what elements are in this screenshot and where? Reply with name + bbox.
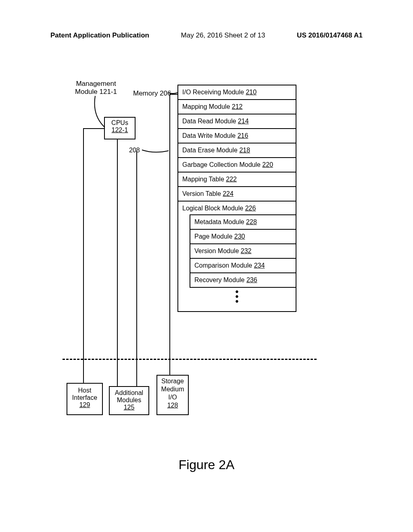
addl-l1: Additional [115, 389, 143, 396]
header-right: US 2016/0147468 A1 [297, 31, 363, 39]
m8-text: Version Table [182, 190, 223, 197]
m4-text: Data Write Module [182, 132, 238, 139]
m9-text: Logical Block Module [182, 205, 245, 212]
storage-l3: I/O [168, 394, 177, 401]
module-io-receiving: I/O Receiving Module 210 [178, 85, 296, 100]
storage-l2: Medium [161, 386, 184, 393]
submodule-comparison: Comparison Module 234 [190, 258, 296, 273]
m3-text: Data Read Module [182, 118, 238, 125]
s3-text: Version Module [194, 247, 241, 254]
header-left: Patent Application Publication [50, 31, 149, 39]
m7-text: Mapping Table [182, 176, 226, 183]
s3-num: 232 [241, 247, 252, 254]
module-mapping: Mapping Module 212 [178, 100, 296, 114]
m7-num: 222 [226, 176, 237, 183]
s2-num: 230 [234, 233, 245, 240]
bus-vertical-1 [83, 128, 84, 394]
dashed-divider [63, 359, 317, 360]
m2-num: 212 [232, 103, 243, 110]
memory-label: Memory 206 [133, 89, 171, 98]
s5-text: Recovery Module [194, 276, 246, 283]
m5-text: Data Erase Module [182, 147, 239, 154]
label-208: 208 [129, 146, 140, 154]
memory-label-text: Memory 206 [133, 89, 171, 97]
label-208-text: 208 [129, 147, 140, 154]
bus-vertical-3 [136, 151, 137, 394]
figure-caption: Figure 2A [0, 457, 413, 472]
module-data-erase: Data Erase Module 218 [178, 143, 296, 158]
s1-text: Metadata Module [194, 218, 246, 225]
management-module-label: Management Module 121-1 [72, 80, 120, 96]
host-l2: Interface [72, 394, 97, 401]
submodule-version: Version Module 232 [190, 243, 296, 259]
m5-num: 218 [239, 147, 250, 154]
m4-num: 216 [238, 132, 248, 139]
s5-num: 236 [246, 276, 257, 283]
bus-h1 [83, 128, 104, 129]
host-l1: Host [78, 387, 92, 394]
host-num: 129 [79, 401, 90, 408]
cpus-number: 122-1 [112, 127, 128, 133]
module-data-read: Data Read Module 214 [178, 114, 296, 129]
cpus-label: CPUs [111, 119, 128, 126]
m6-text: Garbage Collection Module [182, 161, 262, 168]
module-data-write: Data Write Module 216 [178, 129, 296, 143]
m1-num: 210 [246, 89, 257, 96]
m3-num: 214 [238, 118, 249, 125]
m6-num: 220 [262, 161, 273, 168]
leader-208 [142, 148, 170, 155]
m2-text: Mapping Module [182, 103, 232, 110]
mgmt-line2: Module 121-1 [75, 88, 117, 96]
submodule-recovery: Recovery Module 236 [190, 272, 296, 288]
addl-l2: Modules [117, 397, 141, 403]
figure-caption-text: Figure 2A [179, 457, 235, 472]
bus-vertical-4 [169, 94, 170, 394]
s4-text: Comparison Module [194, 262, 254, 269]
bus-vertical-2 [117, 139, 118, 394]
memory-box: I/O Receiving Module 210 Mapping Module … [177, 85, 296, 312]
module-garbage-collection: Garbage Collection Module 220 [178, 158, 296, 172]
submodule-metadata: Metadata Module 228 [190, 214, 296, 230]
storage-l1: Storage [161, 378, 184, 384]
module-logical-block: Logical Block Module 226 Metadata Module… [178, 202, 296, 288]
m1-text: I/O Receiving Module [182, 89, 246, 96]
sub-modules: Metadata Module 228 Page Module 230 Vers… [190, 214, 296, 288]
bus-h4a [169, 94, 177, 95]
storage-medium-io-box: Storage Medium I/O 128 [156, 375, 189, 415]
cpus-box: CPUs 122-1 [104, 117, 136, 139]
figure-diagram: Management Module 121-1 Memory 206 CPUs … [0, 77, 413, 439]
module-mapping-table: Mapping Table 222 [178, 172, 296, 187]
additional-modules-box: Additional Modules 125 [109, 386, 149, 415]
submodule-page: Page Module 230 [190, 229, 296, 244]
s4-num: 234 [254, 262, 265, 269]
m8-num: 224 [223, 190, 234, 197]
mgmt-line1: Management [76, 80, 116, 87]
s1-num: 228 [246, 218, 257, 225]
ellipsis-icon: ••• [178, 287, 296, 311]
page-header: Patent Application Publication May 26, 2… [0, 31, 413, 39]
s2-text: Page Module [194, 233, 234, 240]
addl-num: 125 [124, 404, 135, 411]
storage-num: 128 [167, 402, 178, 409]
module-version-table: Version Table 224 [178, 187, 296, 202]
header-center: May 26, 2016 Sheet 2 of 13 [181, 31, 265, 39]
m9-num: 226 [245, 205, 256, 212]
host-interface-box: Host Interface 129 [67, 383, 103, 415]
